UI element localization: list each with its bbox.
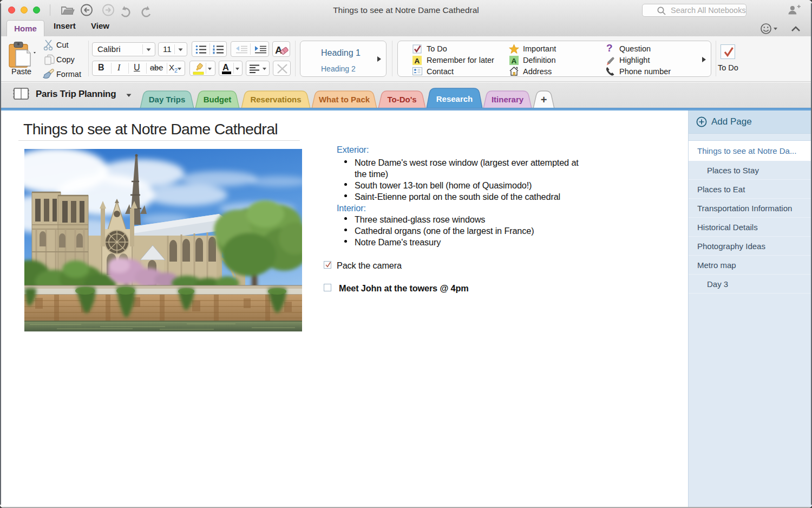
svg-text:Reservations: Reservations [250, 95, 301, 104]
svg-text:Budget: Budget [204, 95, 232, 104]
svg-text:Itinerary: Itinerary [492, 95, 524, 104]
svg-text:Research: Research [436, 94, 473, 103]
svg-text:Day Trips: Day Trips [149, 95, 186, 104]
svg-text:To-Do's: To-Do's [387, 95, 416, 104]
svg-text:+: + [541, 94, 547, 106]
svg-text:What to Pack: What to Pack [319, 95, 370, 104]
